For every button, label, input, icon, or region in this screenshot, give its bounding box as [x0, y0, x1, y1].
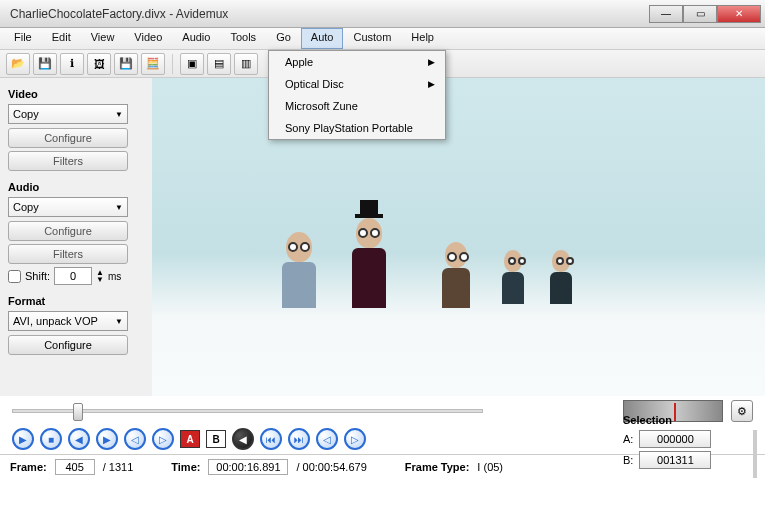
- frametype-value: I (05): [477, 461, 503, 473]
- play-button[interactable]: ▶: [12, 428, 34, 450]
- menu-help[interactable]: Help: [401, 28, 444, 49]
- shift-checkbox[interactable]: [8, 270, 21, 283]
- audio-filters-button[interactable]: Filters: [8, 244, 128, 264]
- frame-value[interactable]: 405: [55, 459, 95, 475]
- title-bar: CharlieChocolateFactory.divx - Avidemux …: [0, 0, 765, 28]
- seek-slider[interactable]: [12, 409, 483, 413]
- menu-edit[interactable]: Edit: [42, 28, 81, 49]
- selection-b-label: B:: [623, 454, 633, 466]
- menu-audio[interactable]: Audio: [172, 28, 220, 49]
- audio-codec-value: Copy: [13, 201, 39, 213]
- time-total: / 00:00:54.679: [296, 461, 366, 473]
- dropdown-item-psp[interactable]: Sony PlayStation Portable: [269, 117, 445, 139]
- dropdown-item-apple[interactable]: Apple ▶: [269, 51, 445, 73]
- toolbar-extra-3-icon[interactable]: ▥: [234, 53, 258, 75]
- video-filters-button[interactable]: Filters: [8, 151, 128, 171]
- video-codec-combo[interactable]: Copy ▼: [8, 104, 128, 124]
- stop-button[interactable]: ■: [40, 428, 62, 450]
- window-buttons: — ▭ ✕: [649, 5, 761, 23]
- dropdown-item-zune[interactable]: Microsoft Zune: [269, 95, 445, 117]
- shift-updown-icon[interactable]: ▲▼: [96, 269, 104, 283]
- menu-tools[interactable]: Tools: [220, 28, 266, 49]
- goto-marker-b-button[interactable]: ▷: [344, 428, 366, 450]
- maximize-button[interactable]: ▭: [683, 5, 717, 23]
- menu-custom[interactable]: Custom: [343, 28, 401, 49]
- set-marker-a-button[interactable]: A: [180, 430, 200, 448]
- dropdown-label: Microsoft Zune: [285, 100, 358, 112]
- shift-unit: ms: [108, 271, 121, 282]
- menu-view[interactable]: View: [81, 28, 125, 49]
- next-frame-button[interactable]: ▶: [96, 428, 118, 450]
- info-icon[interactable]: ℹ: [60, 53, 84, 75]
- selection-panel: Selection A: 000000 B: 001311: [623, 414, 753, 472]
- shift-label: Shift:: [25, 270, 50, 282]
- selection-a-value[interactable]: 000000: [639, 430, 711, 448]
- audio-configure-button[interactable]: Configure: [8, 221, 128, 241]
- frame-total: / 1311: [103, 461, 134, 473]
- window-title: CharlieChocolateFactory.divx - Avidemux: [4, 7, 649, 21]
- chevron-down-icon: ▼: [115, 110, 123, 119]
- toolbar-separator: [172, 54, 173, 74]
- sidebar: Video Copy ▼ Configure Filters Audio Cop…: [0, 78, 152, 396]
- format-value: AVI, unpack VOP: [13, 315, 98, 327]
- minimize-button[interactable]: —: [649, 5, 683, 23]
- movie-frame: [152, 78, 765, 396]
- first-frame-button[interactable]: ⏮: [260, 428, 282, 450]
- auto-dropdown: Apple ▶ Optical Disc ▶ Microsoft Zune So…: [268, 50, 446, 140]
- toolbar-extra-2-icon[interactable]: ▤: [207, 53, 231, 75]
- frame-label: Frame:: [10, 461, 47, 473]
- submenu-arrow-icon: ▶: [428, 79, 435, 89]
- video-section-label: Video: [8, 88, 144, 100]
- volume-slider[interactable]: [753, 430, 757, 478]
- menu-file[interactable]: File: [4, 28, 42, 49]
- selection-label: Selection: [623, 414, 753, 426]
- menu-go[interactable]: Go: [266, 28, 301, 49]
- shift-spinner[interactable]: [54, 267, 92, 285]
- dropdown-label: Sony PlayStation Portable: [285, 122, 413, 134]
- audio-shift-row: Shift: ▲▼ ms: [8, 267, 144, 285]
- audio-codec-combo[interactable]: Copy ▼: [8, 197, 128, 217]
- format-section-label: Format: [8, 295, 144, 307]
- dropdown-item-optical[interactable]: Optical Disc ▶: [269, 73, 445, 95]
- frametype-label: Frame Type:: [405, 461, 470, 473]
- prev-black-button[interactable]: ◀: [232, 428, 254, 450]
- next-keyframe-button[interactable]: ▷: [152, 428, 174, 450]
- open-icon[interactable]: 📂: [6, 53, 30, 75]
- video-preview: [152, 78, 765, 396]
- prev-keyframe-button[interactable]: ◁: [124, 428, 146, 450]
- chevron-down-icon: ▼: [115, 203, 123, 212]
- menu-auto[interactable]: Auto: [301, 28, 344, 49]
- goto-marker-a-button[interactable]: ◁: [316, 428, 338, 450]
- menu-bar: File Edit View Video Audio Tools Go Auto…: [0, 28, 765, 50]
- chevron-down-icon: ▼: [115, 317, 123, 326]
- close-button[interactable]: ✕: [717, 5, 761, 23]
- audio-section-label: Audio: [8, 181, 144, 193]
- play-controls: ▶ ■ ◀ ▶ ◁ ▷ A B ◀ ⏮ ⏭ ◁ ▷ Selection A: 0…: [0, 426, 765, 454]
- menu-video[interactable]: Video: [124, 28, 172, 49]
- time-label: Time:: [171, 461, 200, 473]
- toolbar-extra-1-icon[interactable]: ▣: [180, 53, 204, 75]
- last-frame-button[interactable]: ⏭: [288, 428, 310, 450]
- set-marker-b-button[interactable]: B: [206, 430, 226, 448]
- save-icon[interactable]: 💾: [33, 53, 57, 75]
- time-value[interactable]: 00:00:16.891: [208, 459, 288, 475]
- submenu-arrow-icon: ▶: [428, 57, 435, 67]
- dropdown-label: Apple: [285, 56, 313, 68]
- calc-icon[interactable]: 🧮: [141, 53, 165, 75]
- format-configure-button[interactable]: Configure: [8, 335, 128, 355]
- video-configure-button[interactable]: Configure: [8, 128, 128, 148]
- picture-icon[interactable]: 🖼: [87, 53, 111, 75]
- dropdown-label: Optical Disc: [285, 78, 344, 90]
- seek-thumb[interactable]: [73, 403, 83, 421]
- prev-frame-button[interactable]: ◀: [68, 428, 90, 450]
- selection-b-value[interactable]: 001311: [639, 451, 711, 469]
- format-combo[interactable]: AVI, unpack VOP ▼: [8, 311, 128, 331]
- disk-icon[interactable]: 💾: [114, 53, 138, 75]
- video-codec-value: Copy: [13, 108, 39, 120]
- selection-a-label: A:: [623, 433, 633, 445]
